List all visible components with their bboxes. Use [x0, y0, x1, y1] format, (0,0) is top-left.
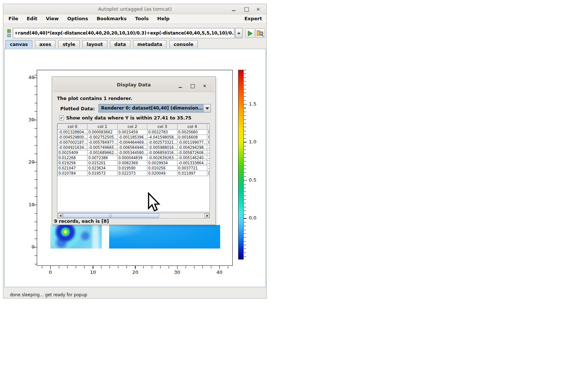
column-header[interactable]: col 4	[177, 124, 207, 130]
table-cell[interactable]: -4.041598058...	[147, 135, 177, 140]
scrollbar-thumb[interactable]	[63, 213, 159, 218]
table-cell[interactable]: -0.004294298...	[177, 145, 207, 150]
table-cell[interactable]: 0.0029934	[147, 161, 177, 166]
table-cell[interactable]: -0.004464469...	[117, 140, 147, 145]
tab-data[interactable]: data	[110, 40, 130, 48]
table-row[interactable]: 0.0025409-0.001689662...-0.005344580...-…	[58, 150, 210, 156]
table-row[interactable]: -0.004529800...-0.002752505...-0.0011853…	[58, 135, 210, 140]
table-row[interactable]: -0.001328804...0.0000836620.00154590.002…	[58, 130, 210, 135]
table-cell[interactable]: 0.00	[207, 140, 210, 145]
window-titlebar[interactable]: Autoplot untagged (as tomcat) ✕	[3, 4, 266, 14]
table-cell[interactable]: 0.022373	[117, 171, 147, 176]
uri-input[interactable]: +rand(40,40)*(exp(-distance(40,40,20,20,…	[13, 28, 234, 38]
table-cell[interactable]: -0.001328804...	[58, 130, 87, 135]
table-cell[interactable]: 0.00	[207, 135, 210, 140]
expert-mode-label[interactable]: Expert	[244, 16, 262, 21]
table-cell[interactable]: 0.0037721	[177, 166, 207, 171]
browse-button[interactable]	[255, 28, 265, 38]
table-cell[interactable]: -0.001199077...	[177, 140, 207, 145]
table-cell[interactable]: 0.0025660	[177, 130, 207, 135]
table-row[interactable]: -0.004921634...-0.005749665...-0.0065649…	[58, 145, 210, 150]
table-cell[interactable]: 0.0072386	[87, 156, 117, 161]
spectrogram-right-patch[interactable]	[109, 225, 220, 249]
tab-console[interactable]: console	[169, 40, 198, 48]
table-cell[interactable]: -0.0	[207, 166, 210, 171]
table-cell[interactable]: -0.002639263...	[147, 156, 177, 161]
menu-view[interactable]: View	[43, 14, 62, 21]
chevron-down-icon[interactable]	[203, 104, 211, 112]
table-cell[interactable]: -0.0	[207, 161, 210, 166]
scroll-left-arrow-icon[interactable]	[58, 213, 63, 218]
table-cell[interactable]: -0.005872606...	[177, 150, 207, 156]
table-cell[interactable]: 0.0082369	[117, 161, 147, 166]
table-cell[interactable]: 0.019590	[117, 166, 147, 171]
table-cell[interactable]: -0.0	[207, 150, 210, 156]
table-cell[interactable]: -0.002752505...	[87, 135, 117, 140]
tab-canvas[interactable]: canvas	[6, 40, 32, 49]
go-button[interactable]	[245, 28, 255, 38]
column-header[interactable]: col 2	[117, 124, 147, 130]
table-cell[interactable]: 0.000083662	[87, 130, 117, 135]
dialog-minimize-icon[interactable]	[178, 84, 183, 88]
table-cell[interactable]: 0.000044839	[117, 156, 147, 161]
dialog-close-icon[interactable]: ✕	[202, 84, 207, 88]
table-row[interactable]: 0.0192560.0152010.00823690.0029934-0.001…	[58, 161, 210, 166]
menu-tools[interactable]: Tools	[132, 14, 152, 21]
menu-options[interactable]: Options	[64, 14, 92, 21]
table-cell[interactable]: 0.019573	[87, 171, 117, 176]
horizontal-scrollbar[interactable]	[57, 213, 210, 218]
dialog-titlebar[interactable]: Display Data ✕	[53, 78, 214, 92]
data-table-viewport[interactable]: col 0col 1col 2col 3col 4-0.001328804...…	[57, 123, 210, 212]
table-cell[interactable]: -0.005344580...	[117, 150, 147, 156]
column-header[interactable]: col 1	[87, 124, 117, 130]
table-cell[interactable]: 0.020049	[147, 171, 177, 176]
tab-metadata[interactable]: metadata	[133, 40, 167, 48]
tab-axes[interactable]: axes	[35, 40, 55, 48]
scroll-right-arrow-icon[interactable]	[204, 213, 209, 218]
table-cell[interactable]: -0.004529800...	[58, 135, 87, 140]
table-cell[interactable]: 0.023634	[87, 166, 117, 171]
table-cell[interactable]: -0.0	[207, 156, 210, 161]
table-cell[interactable]: 0.00	[207, 130, 210, 135]
table-cell[interactable]: -0.005146240...	[177, 156, 207, 161]
table-cell[interactable]: 0.012268	[58, 156, 87, 161]
table-cell[interactable]: 0.00	[207, 171, 210, 176]
tab-layout[interactable]: layout	[82, 40, 107, 48]
uri-dropdown-arrow-icon[interactable]	[235, 28, 243, 38]
menu-file[interactable]: File	[5, 14, 22, 21]
filter-checkbox[interactable]: ✔	[59, 115, 64, 120]
column-header[interactable]	[207, 124, 210, 130]
table-cell[interactable]: -0.005784977...	[87, 140, 117, 145]
maximize-icon[interactable]	[244, 7, 249, 12]
table-cell[interactable]: -0.001689662...	[87, 150, 117, 156]
table-cell[interactable]: 0.010784	[58, 171, 87, 176]
table-cell[interactable]: 0.0016608	[177, 135, 207, 140]
table-cell[interactable]: -0.001333864...	[177, 161, 207, 166]
table-cell[interactable]: 0.0022783	[147, 130, 177, 135]
menu-bookmarks[interactable]: Bookmarks	[93, 14, 130, 21]
tab-style[interactable]: style	[58, 40, 79, 48]
menu-edit[interactable]: Edit	[24, 14, 41, 21]
renderer-select[interactable]: Renderer 0: dataset[40,40] (dimension...	[98, 104, 211, 112]
table-cell[interactable]: 0.015201	[87, 161, 117, 166]
table-row[interactable]: 0.0107840.0195730.0223730.0200490.011997…	[58, 171, 210, 176]
column-header[interactable]: col 0	[58, 124, 87, 130]
table-cell[interactable]: -0.005749665...	[87, 145, 117, 150]
spectrogram-left-patch[interactable]	[50, 225, 102, 249]
column-header[interactable]: col 3	[147, 124, 177, 130]
table-cell[interactable]: 0.0015459	[117, 130, 147, 135]
table-row[interactable]: 0.0210470.0236340.0195900.0102560.003772…	[58, 166, 210, 171]
table-cell[interactable]: 0.021047	[58, 166, 87, 171]
table-cell[interactable]: 0.011997	[177, 171, 207, 176]
table-cell[interactable]: -0.007002187...	[58, 140, 87, 145]
table-cell[interactable]: 0.019256	[58, 161, 87, 166]
table-cell[interactable]: -0.006564946...	[117, 145, 147, 150]
table-cell[interactable]: -0.0	[207, 145, 210, 150]
table-cell[interactable]: -0.002573321...	[147, 140, 177, 145]
table-cell[interactable]: -0.001185396...	[117, 135, 147, 140]
minimize-icon[interactable]	[232, 7, 236, 12]
close-icon[interactable]: ✕	[256, 7, 261, 12]
menu-help[interactable]: Help	[154, 14, 173, 21]
table-row[interactable]: 0.0122680.00723860.000044839-0.002639263…	[58, 156, 210, 161]
table-cell[interactable]: -0.004921634...	[58, 145, 87, 150]
